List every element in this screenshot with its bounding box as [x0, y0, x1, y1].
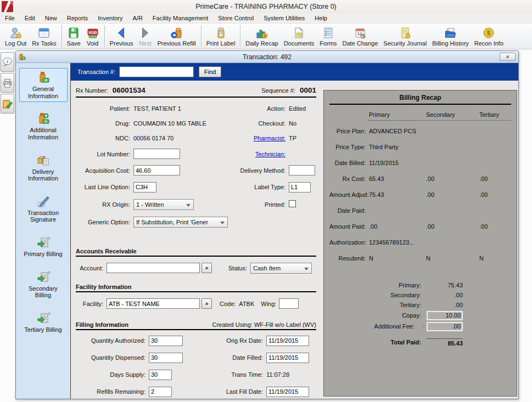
delivery-information-icon	[36, 154, 51, 168]
additional-fee-input[interactable]	[427, 322, 463, 331]
billing-recap-column-headers: Primary Secondary Tertiary	[329, 111, 511, 120]
sidebar-item-primary-billing[interactable]: 1 Primary Billing	[19, 233, 68, 261]
find-button[interactable]: Find	[199, 66, 221, 77]
billing-row-date-paid: Date Paid:	[329, 202, 511, 218]
facility-lookup-button[interactable]: »	[201, 298, 212, 309]
app-titlebar: PrimeCare - TRAINING PHARMACY (Store 0)	[0, 0, 532, 13]
forms-icon	[322, 26, 335, 39]
menu-edit[interactable]: Edit	[20, 14, 40, 22]
total-paid-value: 85.43	[427, 338, 463, 347]
last-fill-date-input[interactable]	[266, 387, 309, 397]
documents-button[interactable]: Documents	[281, 24, 317, 48]
lot-number-input[interactable]	[133, 149, 180, 159]
window-sidebar: General Information Additional Informati…	[16, 63, 70, 399]
transaction-signature-icon	[36, 195, 51, 209]
date-change-button[interactable]: 12 Date Change	[339, 24, 380, 48]
transaction-number-label: Transaction #:	[77, 69, 115, 75]
menu-file[interactable]: File	[0, 14, 20, 22]
next-button: Next	[136, 24, 154, 48]
facility-input[interactable]	[107, 298, 200, 309]
previous-refill-button[interactable]: Previous Refill	[154, 24, 198, 48]
info-button[interactable]: i	[1, 52, 14, 72]
save-icon	[67, 26, 80, 39]
menu-store-control[interactable]: Store Control	[213, 14, 259, 22]
quantity-authorized-label: Quantity Authorized:	[76, 337, 149, 344]
menu-reports[interactable]: Reports	[62, 14, 93, 22]
save-button[interactable]: Save	[64, 24, 83, 48]
ndc-label: NDC:	[76, 135, 133, 141]
billing-row-resubmit: Resubmit: N N N	[329, 250, 511, 266]
edit-form-button[interactable]	[1, 94, 14, 114]
sidebar-item-transaction-signature[interactable]: Transaction Signature	[19, 192, 68, 226]
daily-recap-button[interactable]: $ Daily Recap	[243, 24, 281, 48]
label-type-input[interactable]	[289, 182, 311, 192]
sidebar-item-additional-information[interactable]: Additional Information	[19, 109, 68, 143]
menubar: File Edit New Reports Inventory A/R Faci…	[0, 13, 532, 24]
forms-button[interactable]: Forms	[317, 24, 339, 48]
toolbar-label: Next	[139, 40, 152, 47]
rx-number-label: Rx Number:	[76, 87, 108, 94]
transaction-number-input[interactable]	[119, 66, 194, 77]
status-select[interactable]: Cash Item	[250, 263, 312, 274]
copay-label: Copay:	[355, 312, 427, 319]
documents-icon	[292, 26, 305, 39]
delivery-method-input[interactable]	[289, 165, 315, 175]
window-titlebar[interactable]: Transaction: 492 ✕	[16, 51, 518, 63]
sidebar-item-delivery-information[interactable]: Delivery Information	[19, 151, 68, 185]
billing-row-price-plan: Price Plan: ADVANCED PCS	[329, 123, 511, 139]
recon-info-button[interactable]: $ Recon Info	[472, 24, 506, 48]
rx-tasks-icon	[37, 26, 51, 39]
print-button[interactable]	[1, 73, 14, 93]
date-filled-input[interactable]	[266, 353, 309, 363]
primary-billing-icon: 1	[36, 236, 51, 250]
account-lookup-button[interactable]: »	[201, 263, 212, 273]
menu-system-utilities[interactable]: System Utilities	[259, 14, 310, 22]
last-line-option-input[interactable]	[133, 182, 156, 192]
sidebar-item-label: Additional Information	[28, 127, 58, 140]
total-primary-label: Primary:	[355, 282, 427, 288]
next-icon	[138, 26, 152, 39]
acquisition-cost-input[interactable]	[133, 165, 180, 175]
previous-button[interactable]: Previous	[107, 24, 136, 48]
quantity-dispensed-label: Quantity Dispensed:	[76, 354, 149, 361]
quantity-authorized-input[interactable]	[149, 336, 183, 346]
days-supply-input[interactable]	[149, 370, 172, 380]
patient-value: TEST, PATIENT 1	[133, 105, 233, 112]
security-journal-button[interactable]: Security Journal	[380, 24, 429, 48]
printed-checkbox[interactable]	[289, 200, 296, 207]
menu-inventory[interactable]: Inventory	[93, 14, 127, 22]
print-label-button[interactable]: Print Label	[204, 24, 238, 48]
additional-information-icon	[36, 112, 51, 126]
menu-facility-management[interactable]: Facility Management	[148, 14, 214, 22]
menu-ar[interactable]: A/R	[128, 14, 148, 22]
rx-tasks-button[interactable]: Rx Tasks	[29, 24, 59, 48]
billing-totals: Primary: 75.43 Secondary: .00 Tertiary: …	[329, 280, 511, 347]
logout-button[interactable]: Log Out	[2, 24, 29, 48]
billing-history-button[interactable]: Billing History	[429, 24, 472, 48]
sidebar-item-general-information[interactable]: General Information	[19, 68, 68, 102]
transaction-window: Transaction: 492 ✕ General Information A…	[15, 50, 519, 399]
svg-text:2: 2	[48, 271, 51, 274]
quantity-dispensed-input[interactable]	[149, 353, 183, 363]
tertiary-billing-icon: 3	[36, 312, 51, 326]
last-line-option-label: Last Line Option:	[76, 184, 133, 190]
sidebar-item-secondary-billing[interactable]: 2 Secondary Billing	[19, 268, 68, 302]
toolbar-label: Date Change	[342, 40, 378, 47]
account-input[interactable]	[107, 263, 200, 273]
orig-rx-date-label: Orig Rx Date:	[215, 337, 266, 344]
void-button[interactable]: VOID Void	[83, 24, 102, 48]
menu-new[interactable]: New	[40, 14, 62, 22]
pharmacist-link[interactable]: Pharmacist:	[233, 135, 289, 141]
generic-option-select[interactable]: If Substitution, Print 'Gener	[133, 217, 228, 228]
wing-label: Wing:	[261, 301, 276, 307]
technician-link[interactable]: Technician:	[233, 151, 289, 157]
close-icon[interactable]: ✕	[500, 53, 516, 61]
rx-origin-select[interactable]: 1 - Written	[133, 199, 194, 210]
menu-help[interactable]: Help	[310, 14, 332, 22]
refills-remaining-input[interactable]	[149, 387, 172, 397]
orig-rx-date-input[interactable]	[266, 336, 309, 346]
copay-input[interactable]	[427, 311, 463, 320]
sidebar-item-tertiary-billing[interactable]: 3 Tertiary Billing	[19, 309, 68, 336]
wing-input[interactable]	[279, 298, 299, 309]
sidebar-item-label: Delivery Information	[28, 168, 58, 182]
